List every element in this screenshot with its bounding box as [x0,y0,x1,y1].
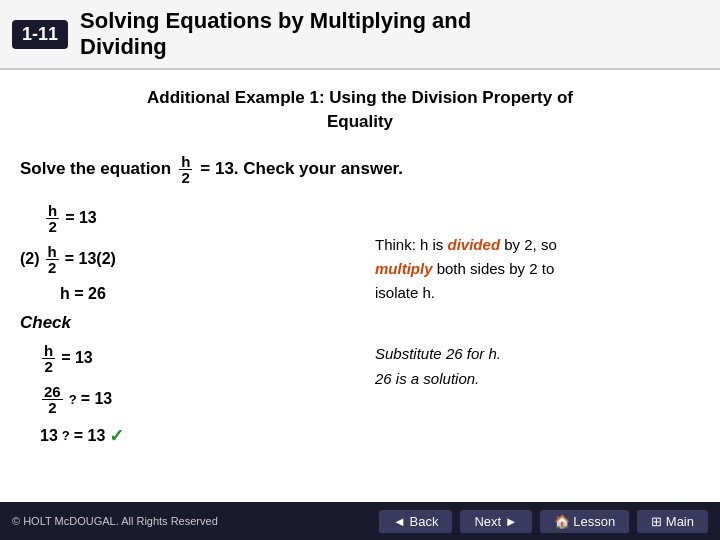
step-2: (2) h 2 = 13(2) [20,244,345,275]
check-eq1: = 13 [61,349,93,367]
step2-fraction: h 2 [46,244,59,275]
check-frac1-num: h [42,343,55,359]
subtitle: Additional Example 1: Using the Division… [20,86,700,134]
check-frac1-den: 2 [42,359,54,374]
check-lhs: 13 [40,427,58,445]
main-button[interactable]: ⊞ Main [637,510,708,533]
think-divided: divided [448,236,501,253]
step3-text: h = 26 [60,285,106,302]
header-title-line1: Solving Equations by Multiplying and [80,8,471,33]
header-title-line2: Dividing [80,34,167,59]
think-line2: by 2, so [504,236,557,253]
check-step-1: h 2 = 13 [40,343,345,374]
think-multiply: multiply [375,260,433,277]
solve-frac-num: h [179,154,192,170]
check-qmark: ? [69,392,77,407]
check-eq2: = 13 [81,390,113,408]
subtitle-line1: Additional Example 1: Using the Division… [147,88,573,107]
solve-intro-text: Solve the equation [20,159,171,179]
check-num: 26 [42,384,63,400]
header: 1-11 Solving Equations by Multiplying an… [0,0,720,70]
check-step-3: 13 ? = 13 ✓ [40,425,345,447]
think-line1: Think: h is [375,236,443,253]
step-3: h = 26 [60,285,345,303]
lesson-badge: 1-11 [12,20,68,49]
content-grid: h 2 = 13 (2) h 2 = 13(2) h = 26 Check [20,203,700,457]
step2-prefix: (2) [20,250,40,268]
check-label: Check [20,313,345,333]
subtitle-line2: Equality [327,112,393,131]
solve-fraction: h 2 [179,154,192,185]
next-button[interactable]: Next ► [460,510,531,533]
steps-column: h 2 = 13 (2) h 2 = 13(2) h = 26 Check [20,203,345,457]
check-step-2: 26 2 ? = 13 [40,384,345,415]
step-1: h 2 = 13 [20,203,345,234]
check-steps: h 2 = 13 26 2 ? = 13 13 ? [40,343,345,447]
step2-frac-den: 2 [46,260,58,275]
step2-frac-num: h [46,244,59,260]
check-frac2-den: 2 [46,400,58,415]
copyright: © HOLT McDOUGAL. All Rights Reserved [12,515,218,527]
step1-fraction: h 2 [46,203,59,234]
think-line3: both sides by 2 to [437,260,555,277]
substitute-text: Substitute 26 for h. [375,345,700,362]
solve-intro-line: Solve the equation h 2 = 13. Check your … [20,154,700,185]
step1-frac-den: 2 [46,219,58,234]
check-eq3: = 13 [74,427,106,445]
check-qmark2: ? [62,428,70,443]
step2-eq: = 13(2) [65,250,116,268]
check-frac-2: 26 2 [42,384,63,415]
think-line4: isolate h. [375,284,435,301]
step1-frac-num: h [46,203,59,219]
main-content: Additional Example 1: Using the Division… [0,70,720,473]
solution-text: 26 is a solution. [375,370,700,387]
solve-frac-den: 2 [180,170,192,185]
checkmark-icon: ✓ [109,425,124,447]
check-frac-1: h 2 [42,343,55,374]
footer: © HOLT McDOUGAL. All Rights Reserved ◄ B… [0,502,720,540]
solve-equals-text: = 13. Check your answer. [200,159,403,179]
back-button[interactable]: ◄ Back [379,510,452,533]
header-title: Solving Equations by Multiplying and Div… [80,8,471,60]
step1-eq: = 13 [65,209,97,227]
footer-nav: ◄ Back Next ► 🏠 Lesson ⊞ Main [379,510,708,533]
explanation-column: Think: h is divided by 2, so multiply bo… [375,203,700,457]
think-box: Think: h is divided by 2, so multiply bo… [375,233,700,305]
lesson-button[interactable]: 🏠 Lesson [540,510,630,533]
